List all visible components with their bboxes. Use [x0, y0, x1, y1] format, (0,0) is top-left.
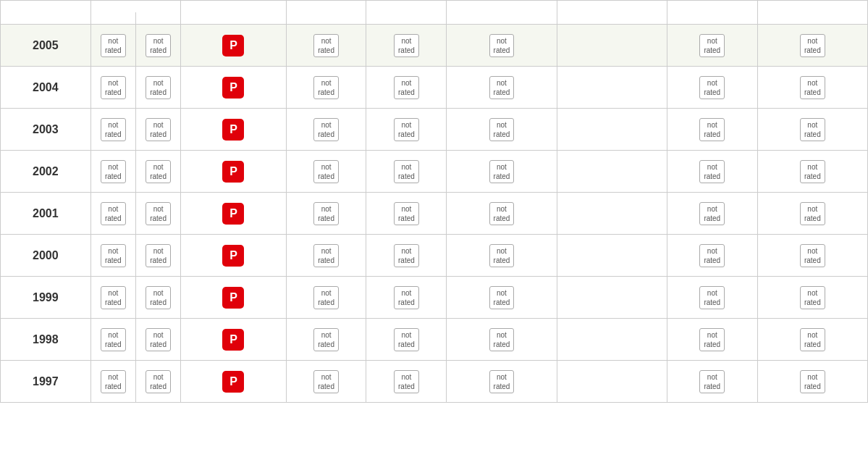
headlights-cell: notrated: [667, 67, 757, 109]
year-cell: 2003: [1, 109, 91, 151]
not-rated-badge: notrated: [146, 34, 171, 57]
table-row: 1999notratednotratedPnotratednotratednot…: [1, 277, 868, 319]
roof-cell: notrated: [366, 109, 447, 151]
year-cell: 2002: [1, 151, 91, 193]
front-crash-cell: [557, 277, 667, 319]
not-rated-badge: notrated: [394, 118, 419, 141]
driver-cell: notrated: [90, 25, 135, 67]
latch-cell: notrated: [757, 319, 867, 361]
passenger-cell: notrated: [135, 25, 180, 67]
driver-cell: notrated: [90, 67, 135, 109]
not-rated-badge: notrated: [146, 286, 171, 309]
side-cell: notrated: [286, 25, 366, 67]
not-rated-badge: notrated: [394, 202, 419, 225]
head-cell: notrated: [447, 67, 557, 109]
p-badge: P: [222, 35, 244, 56]
driver-cell: notrated: [90, 193, 135, 235]
model-year-header: [1, 1, 91, 25]
not-rated-badge: notrated: [101, 118, 126, 141]
side-cell: notrated: [286, 319, 366, 361]
not-rated-badge: notrated: [313, 202, 339, 225]
not-rated-badge: notrated: [800, 34, 825, 57]
table-row: 1997notratednotratedPnotratednotratednot…: [1, 361, 868, 403]
roof-cell: notrated: [366, 277, 447, 319]
not-rated-badge: notrated: [394, 76, 419, 99]
not-rated-badge: notrated: [699, 76, 725, 99]
front-crash-cell: [557, 25, 667, 67]
not-rated-badge: notrated: [394, 370, 419, 393]
table-row: 2005notratednotratedPnotratednotratednot…: [1, 25, 868, 67]
p-badge: P: [222, 329, 244, 351]
p-badge: P: [222, 77, 244, 99]
passenger-cell: notrated: [135, 235, 180, 277]
not-rated-badge: notrated: [489, 244, 515, 267]
small-overlap-header: [90, 1, 181, 13]
front-crash-cell: [557, 235, 667, 277]
not-rated-badge: notrated: [313, 34, 339, 57]
passenger-header: [135, 12, 180, 25]
front-crash-cell: [557, 193, 667, 235]
not-rated-badge: notrated: [101, 328, 126, 351]
front-crash-cell: [557, 319, 667, 361]
driver-cell: notrated: [90, 235, 135, 277]
not-rated-badge: notrated: [489, 370, 515, 393]
not-rated-badge: notrated: [489, 160, 515, 183]
passenger-cell: notrated: [135, 109, 180, 151]
driver-cell: notrated: [90, 109, 135, 151]
not-rated-badge: notrated: [699, 160, 725, 183]
p-badge: P: [222, 287, 244, 309]
head-cell: notrated: [447, 151, 557, 193]
not-rated-badge: notrated: [394, 286, 419, 309]
not-rated-badge: notrated: [489, 118, 515, 141]
moderate-cell: P: [181, 67, 286, 109]
headlights-cell: notrated: [667, 277, 757, 319]
head-cell: notrated: [447, 277, 557, 319]
not-rated-badge: notrated: [313, 76, 339, 99]
year-cell: 1999: [1, 277, 91, 319]
side-header: [286, 1, 366, 25]
p-badge: P: [222, 371, 244, 393]
p-badge: P: [222, 245, 244, 267]
headlights-cell: notrated: [667, 109, 757, 151]
not-rated-badge: notrated: [489, 328, 515, 351]
not-rated-badge: notrated: [146, 328, 171, 351]
table-body: 2005notratednotratedPnotratednotratednot…: [1, 25, 868, 403]
front-crash-cell: [557, 361, 667, 403]
driver-header: [90, 12, 135, 25]
headlights-cell: notrated: [667, 319, 757, 361]
front-crash-cell: [557, 109, 667, 151]
latch-cell: notrated: [757, 151, 867, 193]
headlights-cell: notrated: [667, 193, 757, 235]
moderate-cell: P: [181, 109, 286, 151]
not-rated-badge: notrated: [699, 328, 725, 351]
head-cell: notrated: [447, 193, 557, 235]
not-rated-badge: notrated: [313, 118, 339, 141]
head-restraints-header: [447, 1, 557, 25]
headlights-cell: notrated: [667, 151, 757, 193]
front-crash-cell: [557, 67, 667, 109]
not-rated-badge: notrated: [489, 76, 515, 99]
roof-cell: notrated: [366, 361, 447, 403]
passenger-cell: notrated: [135, 151, 180, 193]
front-crash-header: [557, 1, 667, 25]
driver-cell: notrated: [90, 361, 135, 403]
not-rated-badge: notrated: [699, 244, 725, 267]
year-cell: 2001: [1, 193, 91, 235]
not-rated-badge: notrated: [699, 34, 725, 57]
side-cell: notrated: [286, 361, 366, 403]
roof-cell: notrated: [366, 25, 447, 67]
not-rated-badge: notrated: [699, 202, 725, 225]
p-badge: P: [222, 119, 244, 141]
table-row: 2002notratednotratedPnotratednotratednot…: [1, 151, 868, 193]
headlights-header: [667, 1, 757, 25]
not-rated-badge: notrated: [101, 244, 126, 267]
moderate-cell: P: [181, 319, 286, 361]
not-rated-badge: notrated: [313, 370, 339, 393]
not-rated-badge: notrated: [146, 76, 171, 99]
not-rated-badge: notrated: [313, 286, 339, 309]
not-rated-badge: notrated: [101, 34, 126, 57]
not-rated-badge: notrated: [101, 160, 126, 183]
passenger-cell: notrated: [135, 193, 180, 235]
not-rated-badge: notrated: [800, 244, 825, 267]
driver-cell: notrated: [90, 319, 135, 361]
